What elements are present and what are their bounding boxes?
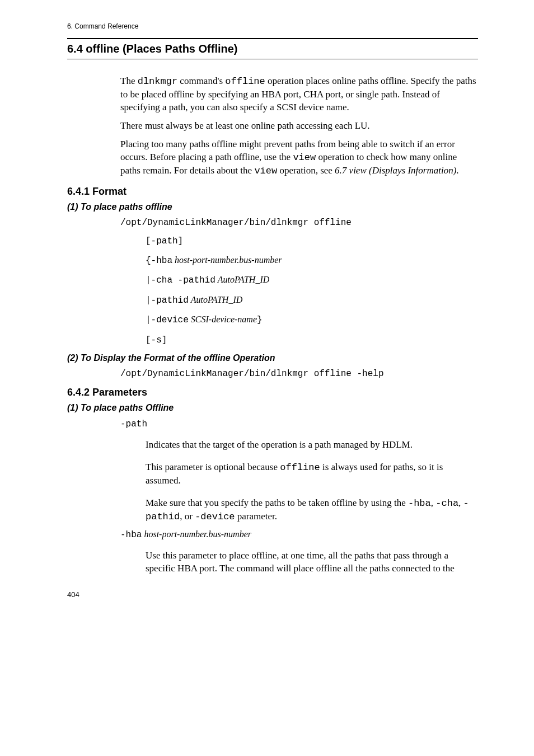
text: The bbox=[120, 76, 138, 86]
syntax-option: |-pathid AutoPATH_ID bbox=[146, 294, 478, 307]
inline-code: view bbox=[254, 166, 277, 176]
syntax-option: [-path] bbox=[146, 234, 478, 247]
cross-reference: 6.7 view (Displays Information) bbox=[335, 165, 456, 176]
param-desc: Indicates that the target of the operati… bbox=[146, 439, 478, 452]
text: parameter. bbox=[235, 511, 278, 522]
text: This parameter is optional because bbox=[146, 462, 280, 472]
param-desc: Make sure that you specify the paths to … bbox=[146, 497, 478, 524]
page-number: 404 bbox=[67, 590, 478, 599]
syntax-option: |-device SCSI-device-name} bbox=[146, 313, 478, 326]
text: , or bbox=[180, 511, 195, 522]
text: . bbox=[456, 165, 458, 176]
text: , bbox=[431, 497, 436, 508]
code-token: [-s] bbox=[146, 335, 167, 345]
param-desc: Use this parameter to place offline, at … bbox=[146, 550, 478, 575]
code-token: } bbox=[257, 315, 263, 325]
inline-code: offline bbox=[280, 462, 320, 473]
inline-code: dlnkmgr bbox=[138, 76, 177, 87]
text: command's bbox=[177, 76, 225, 86]
intro-para-2: There must always be at least one online… bbox=[120, 120, 478, 133]
intro-block: The dlnkmgr command's offline operation … bbox=[120, 75, 478, 178]
intro-para-1: The dlnkmgr command's offline operation … bbox=[120, 75, 478, 114]
text: operation, see bbox=[277, 165, 335, 176]
parameters-sub-1: (1) To place paths Offline bbox=[67, 403, 478, 413]
placeholder-text: host-port-number.bus-number bbox=[175, 255, 282, 265]
section-title: 6.4 offline (Places Paths Offline) bbox=[67, 38, 478, 59]
code-token: |-cha -pathid bbox=[146, 275, 216, 285]
inline-code: -hba bbox=[408, 498, 431, 509]
param-name-hba: -hba host-port-number.bus-number bbox=[120, 529, 478, 540]
intro-para-3: Placing too many paths offline might pre… bbox=[120, 138, 478, 178]
text: Make sure that you specify the paths to … bbox=[146, 497, 408, 508]
page-container: 6. Command Reference 6.4 offline (Places… bbox=[0, 0, 534, 621]
param-desc: This parameter is optional because offli… bbox=[146, 461, 478, 487]
format-sub-1: (1) To place paths offline bbox=[67, 202, 478, 212]
command-line: /opt/DynamicLinkManager/bin/dlnkmgr offl… bbox=[120, 218, 478, 228]
syntax-option: |-cha -pathid AutoPATH_ID bbox=[146, 274, 478, 287]
format-heading: 6.4.1 Format bbox=[67, 186, 478, 198]
syntax-option: [-s] bbox=[146, 334, 478, 346]
code-token: {-hba bbox=[146, 256, 172, 266]
syntax-option: {-hba host-port-number.bus-number bbox=[146, 254, 478, 267]
inline-code: view bbox=[293, 152, 316, 163]
placeholder-text: AutoPATH_ID bbox=[191, 295, 242, 304]
inline-code: -device bbox=[195, 511, 235, 522]
parameters-heading: 6.4.2 Parameters bbox=[67, 387, 478, 398]
code-token: -hba bbox=[120, 530, 142, 540]
code-token: -path bbox=[120, 419, 147, 429]
placeholder-text: AutoPATH_ID bbox=[218, 275, 269, 284]
inline-code: -cha bbox=[435, 498, 458, 509]
param-name-path: -path bbox=[120, 419, 478, 429]
text: , bbox=[458, 497, 463, 508]
placeholder-text: SCSI-device-name bbox=[191, 314, 257, 324]
code-token: [-path] bbox=[146, 236, 183, 246]
format-sub-2: (2) To Display the Format of the offline… bbox=[67, 353, 478, 363]
code-token: |-pathid bbox=[146, 295, 189, 306]
running-header: 6. Command Reference bbox=[67, 22, 478, 30]
placeholder-text: host-port-number.bus-number bbox=[144, 529, 251, 539]
command-line: /opt/DynamicLinkManager/bin/dlnkmgr offl… bbox=[120, 369, 478, 379]
inline-code: offline bbox=[225, 76, 265, 87]
code-token: |-device bbox=[146, 315, 189, 325]
